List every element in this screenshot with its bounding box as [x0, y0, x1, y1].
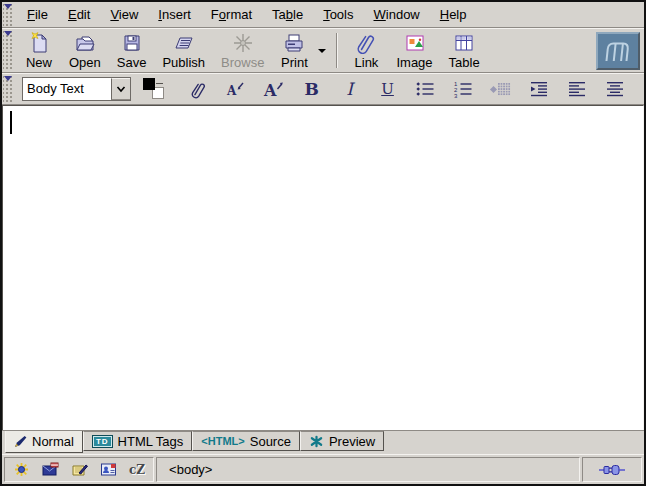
- open-folder-icon: [73, 31, 97, 55]
- online-plug-icon: [599, 464, 625, 476]
- save-label: Save: [117, 56, 147, 70]
- composer-icon[interactable]: [71, 462, 88, 477]
- print-label: Print: [281, 56, 308, 70]
- tab-normal[interactable]: Normal: [5, 431, 83, 453]
- toolbar-grippy[interactable]: [3, 3, 14, 26]
- mail-icon[interactable]: [42, 462, 59, 477]
- anchor-paperclip-icon: [189, 80, 208, 99]
- mozilla-throbber[interactable]: [596, 32, 640, 70]
- increase-font-button[interactable]: A: [261, 77, 287, 101]
- menu-help[interactable]: Help: [430, 4, 477, 25]
- online-status-panel[interactable]: [582, 457, 642, 482]
- bold-glyph: B: [305, 79, 319, 99]
- navigator-icon[interactable]: [13, 462, 30, 477]
- link-label: Link: [355, 56, 379, 70]
- menu-format[interactable]: Format: [201, 4, 262, 25]
- decrease-font-button[interactable]: A: [223, 77, 249, 101]
- menu-tools[interactable]: Tools: [313, 4, 363, 25]
- text-caret: [10, 111, 12, 134]
- save-floppy-icon: [120, 31, 144, 55]
- underline-glyph: U: [381, 80, 394, 98]
- composition-toolbar: New Open Save Publish Browse Print Link: [2, 28, 644, 73]
- table-button[interactable]: Table: [441, 29, 488, 72]
- publish-button[interactable]: Publish: [154, 29, 213, 72]
- align-center-button[interactable]: [602, 77, 628, 101]
- addressbook-icon[interactable]: [100, 462, 117, 477]
- tab-preview-label: Preview: [329, 434, 375, 449]
- browse-sparkle-icon: [231, 31, 255, 55]
- foreground-color-chip[interactable]: [143, 78, 155, 90]
- table-label: Table: [449, 56, 480, 70]
- open-button[interactable]: Open: [61, 29, 109, 72]
- numbered-list-icon: 123: [453, 79, 473, 99]
- underline-button[interactable]: U: [375, 77, 401, 101]
- print-icon: [282, 31, 306, 55]
- menu-edit[interactable]: Edit: [58, 4, 100, 25]
- tab-normal-label: Normal: [32, 434, 74, 449]
- browse-label: Browse: [221, 56, 264, 70]
- text-color-swatch[interactable]: [141, 77, 167, 101]
- image-button[interactable]: Image: [388, 29, 440, 72]
- menu-bar: FileEditViewInsertFormatTableToolsWindow…: [2, 2, 644, 28]
- menu-table[interactable]: Table: [262, 4, 313, 25]
- html-source-badge: <HTML>: [201, 435, 244, 447]
- svg-text:A: A: [263, 81, 277, 99]
- pen-icon: [14, 435, 27, 448]
- bold-button[interactable]: B: [299, 77, 325, 101]
- bullet-list-button[interactable]: [412, 77, 438, 101]
- browse-button: Browse: [213, 29, 272, 72]
- structure-bar[interactable]: <body>: [156, 457, 580, 482]
- menu-insert[interactable]: Insert: [148, 4, 201, 25]
- anchor-button[interactable]: [185, 77, 211, 101]
- preview-sparkle-icon: [309, 435, 324, 448]
- publish-label: Publish: [162, 56, 205, 70]
- tab-preview[interactable]: Preview: [300, 431, 384, 451]
- tab-html-tags[interactable]: TD HTML Tags: [83, 431, 192, 451]
- document-edit-area[interactable]: [2, 105, 644, 430]
- image-label: Image: [396, 56, 432, 70]
- menu-file[interactable]: File: [17, 4, 58, 25]
- italic-button[interactable]: I: [337, 77, 363, 101]
- menu-window[interactable]: Window: [364, 4, 430, 25]
- edit-mode-tabbar: Normal TD HTML Tags <HTML> Source Previe…: [2, 430, 644, 454]
- chevron-down-icon[interactable]: [111, 78, 130, 100]
- status-bar: cZ <body>: [2, 454, 644, 484]
- structure-path-text[interactable]: <body>: [169, 462, 212, 477]
- outdent-icon: [498, 83, 511, 96]
- tab-source[interactable]: <HTML> Source: [192, 431, 300, 451]
- mozilla-m-logo: [602, 37, 634, 65]
- format-icon-group: A A B I U 123: [167, 77, 644, 101]
- new-page-icon: [27, 31, 51, 55]
- tab-source-label: Source: [250, 434, 291, 449]
- color-swatch-tick: [156, 83, 163, 84]
- svg-text:3: 3: [454, 93, 458, 99]
- toolbar-grippy[interactable]: [3, 30, 14, 71]
- align-left-button[interactable]: [564, 77, 590, 101]
- composer-window: FileEditViewInsertFormatTableToolsWindow…: [0, 0, 646, 486]
- print-dropdown-arrow[interactable]: [318, 49, 326, 53]
- menu-view[interactable]: View: [100, 4, 148, 25]
- paragraph-format-select[interactable]: Body Text: [22, 77, 131, 101]
- tab-html-tags-label: HTML Tags: [118, 434, 184, 449]
- td-badge-icon: TD: [92, 435, 113, 448]
- component-bar: cZ: [4, 457, 154, 482]
- link-paperclip-icon: [354, 31, 378, 55]
- paragraph-format-value: Body Text: [23, 78, 111, 100]
- table-icon: [452, 31, 476, 55]
- irc-chat-icon[interactable]: cZ: [129, 463, 145, 477]
- indent-button[interactable]: [526, 77, 552, 101]
- format-toolbar: Body Text A A B I: [2, 73, 644, 105]
- svg-text:A: A: [226, 84, 237, 98]
- toolbar-grippy[interactable]: [3, 75, 14, 103]
- link-button[interactable]: Link: [344, 29, 388, 72]
- print-button[interactable]: Print: [272, 29, 316, 72]
- new-button[interactable]: New: [17, 29, 61, 72]
- bullet-list-icon: [415, 79, 435, 99]
- open-label: Open: [69, 56, 101, 70]
- publish-icon: [172, 31, 196, 55]
- save-button[interactable]: Save: [109, 29, 155, 72]
- image-icon: [403, 31, 427, 55]
- indent-icon: [529, 79, 549, 99]
- numbered-list-button[interactable]: 123: [450, 77, 476, 101]
- align-center-icon: [605, 79, 625, 99]
